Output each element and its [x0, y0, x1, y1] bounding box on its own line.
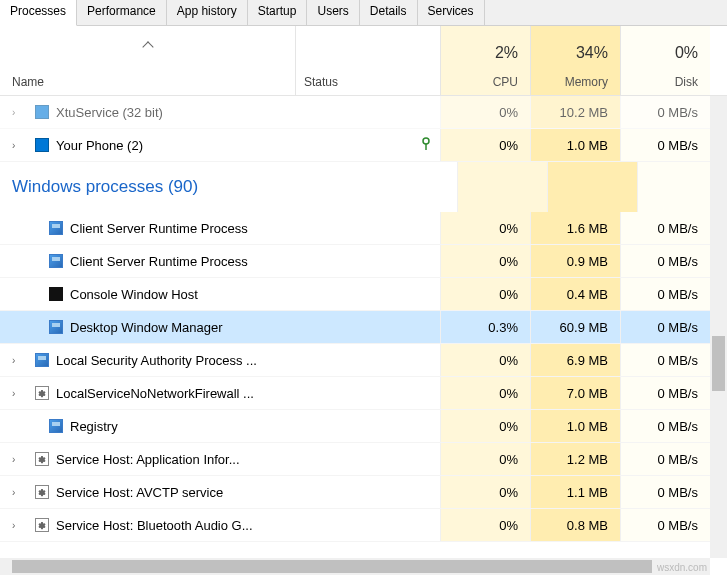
process-disk-cell: 0 MB/s — [620, 476, 710, 508]
process-row[interactable]: ›Client Server Runtime Process0%0.9 MB0 … — [0, 245, 727, 278]
gear-icon — [34, 484, 50, 500]
process-row[interactable]: ›XtuService (32 bit)0%10.2 MB0 MB/s — [0, 96, 727, 129]
process-cpu-cell: 0% — [440, 377, 530, 409]
column-name-header[interactable]: Name — [0, 69, 295, 95]
expand-chevron-icon[interactable]: › — [12, 107, 22, 118]
process-name: Your Phone (2) — [56, 138, 143, 153]
process-name: Client Server Runtime Process — [70, 221, 248, 236]
process-memory-cell: 6.9 MB — [530, 344, 620, 376]
process-row[interactable]: ›LocalServiceNoNetworkFirewall ...0%7.0 … — [0, 377, 727, 410]
expand-chevron-icon[interactable]: › — [12, 388, 22, 399]
group-title: Windows processes (90) — [12, 177, 198, 197]
process-cpu-cell: 0% — [440, 278, 530, 310]
process-name: Console Window Host — [70, 287, 198, 302]
disk-label: Disk — [633, 75, 698, 89]
process-disk-cell: 0 MB/s — [620, 212, 710, 244]
process-name-cell: ›Desktop Window Manager — [0, 319, 440, 335]
process-cpu-cell: 0% — [440, 476, 530, 508]
win-icon — [48, 319, 64, 335]
process-name-cell: ›Service Host: Bluetooth Audio G... — [0, 517, 440, 533]
process-memory-cell: 1.6 MB — [530, 212, 620, 244]
horizontal-scrollbar-thumb[interactable] — [12, 560, 652, 573]
process-row[interactable]: ›Local Security Authority Process ...0%6… — [0, 344, 727, 377]
process-row[interactable]: ›Desktop Window Manager0.3%60.9 MB0 MB/s — [0, 311, 727, 344]
process-name-cell: ›Local Security Authority Process ... — [0, 352, 440, 368]
cpu-label: CPU — [453, 75, 518, 89]
process-disk-cell: 0 MB/s — [620, 443, 710, 475]
process-row[interactable]: ›Client Server Runtime Process0%1.6 MB0 … — [0, 212, 727, 245]
tab-app-history[interactable]: App history — [167, 0, 248, 25]
process-group-header[interactable]: Windows processes (90) — [0, 162, 727, 212]
expand-chevron-icon[interactable]: › — [12, 487, 22, 498]
process-disk-cell: 0 MB/s — [620, 410, 710, 442]
memory-percent: 34% — [543, 44, 608, 62]
process-memory-cell: 60.9 MB — [530, 311, 620, 343]
process-cpu-cell: 0% — [440, 410, 530, 442]
column-disk-header[interactable]: 0% Disk — [620, 26, 710, 95]
collapse-all-chevron[interactable] — [0, 26, 295, 54]
app-icon — [34, 137, 50, 153]
vertical-scrollbar[interactable] — [710, 96, 727, 558]
process-list: ›XtuService (32 bit)0%10.2 MB0 MB/s›Your… — [0, 96, 727, 542]
horizontal-scrollbar[interactable] — [0, 558, 710, 575]
win-icon — [48, 253, 64, 269]
vertical-scrollbar-thumb[interactable] — [712, 336, 725, 391]
gear-icon — [34, 451, 50, 467]
process-name-cell: ›Client Server Runtime Process — [0, 220, 440, 236]
column-memory-header[interactable]: 34% Memory — [530, 26, 620, 95]
expand-chevron-icon[interactable]: › — [12, 355, 22, 366]
process-memory-cell: 7.0 MB — [530, 377, 620, 409]
tab-users[interactable]: Users — [307, 0, 359, 25]
process-memory-cell: 1.2 MB — [530, 443, 620, 475]
process-name: Registry — [70, 419, 118, 434]
process-memory-cell: 0.8 MB — [530, 509, 620, 541]
process-memory-cell: 1.0 MB — [530, 410, 620, 442]
process-name-cell: ›Your Phone (2) — [0, 137, 440, 154]
process-disk-cell: 0 MB/s — [620, 278, 710, 310]
console-icon — [48, 286, 64, 302]
column-cpu-header[interactable]: 2% CPU — [440, 26, 530, 95]
tab-services[interactable]: Services — [418, 0, 485, 25]
process-name-cell: ›Service Host: Application Infor... — [0, 451, 440, 467]
process-name-cell: ›LocalServiceNoNetworkFirewall ... — [0, 385, 440, 401]
process-cpu-cell: 0% — [440, 212, 530, 244]
process-disk-cell: 0 MB/s — [620, 311, 710, 343]
tab-performance[interactable]: Performance — [77, 0, 167, 25]
win-icon — [34, 352, 50, 368]
process-row[interactable]: ›Your Phone (2)0%1.0 MB0 MB/s — [0, 129, 727, 162]
process-row[interactable]: ›Service Host: AVCTP service0%1.1 MB0 MB… — [0, 476, 727, 509]
process-row[interactable]: ›Service Host: Bluetooth Audio G...0%0.8… — [0, 509, 727, 542]
process-disk-cell: 0 MB/s — [620, 129, 710, 161]
process-disk-cell: 0 MB/s — [620, 377, 710, 409]
expand-chevron-icon[interactable]: › — [12, 520, 22, 531]
process-name: Service Host: AVCTP service — [56, 485, 223, 500]
win-icon — [48, 418, 64, 434]
win-icon — [48, 220, 64, 236]
process-name: LocalServiceNoNetworkFirewall ... — [56, 386, 254, 401]
expand-chevron-icon[interactable]: › — [12, 140, 22, 151]
process-row[interactable]: ›Registry0%1.0 MB0 MB/s — [0, 410, 727, 443]
tab-startup[interactable]: Startup — [248, 0, 308, 25]
tab-processes[interactable]: Processes — [0, 0, 77, 26]
process-disk-cell: 0 MB/s — [620, 344, 710, 376]
process-row[interactable]: ›Console Window Host0%0.4 MB0 MB/s — [0, 278, 727, 311]
process-name-cell: ›Client Server Runtime Process — [0, 253, 440, 269]
tab-details[interactable]: Details — [360, 0, 418, 25]
process-cpu-cell: 0% — [440, 96, 530, 128]
process-name: XtuService (32 bit) — [56, 105, 163, 120]
process-name: Local Security Authority Process ... — [56, 353, 257, 368]
process-cpu-cell: 0% — [440, 344, 530, 376]
process-name: Client Server Runtime Process — [70, 254, 248, 269]
memory-label: Memory — [543, 75, 608, 89]
process-row[interactable]: ›Service Host: Application Infor...0%1.2… — [0, 443, 727, 476]
leaf-icon — [420, 137, 432, 154]
column-status-header[interactable]: Status — [295, 26, 440, 95]
process-disk-cell: 0 MB/s — [620, 96, 710, 128]
expand-chevron-icon[interactable]: › — [12, 454, 22, 465]
process-cpu-cell: 0.3% — [440, 311, 530, 343]
process-name: Service Host: Application Infor... — [56, 452, 240, 467]
process-memory-cell: 0.9 MB — [530, 245, 620, 277]
app-icon — [34, 104, 50, 120]
column-headers: Name Status 2% CPU 34% Memory 0% Disk — [0, 26, 727, 96]
process-name: Service Host: Bluetooth Audio G... — [56, 518, 253, 533]
